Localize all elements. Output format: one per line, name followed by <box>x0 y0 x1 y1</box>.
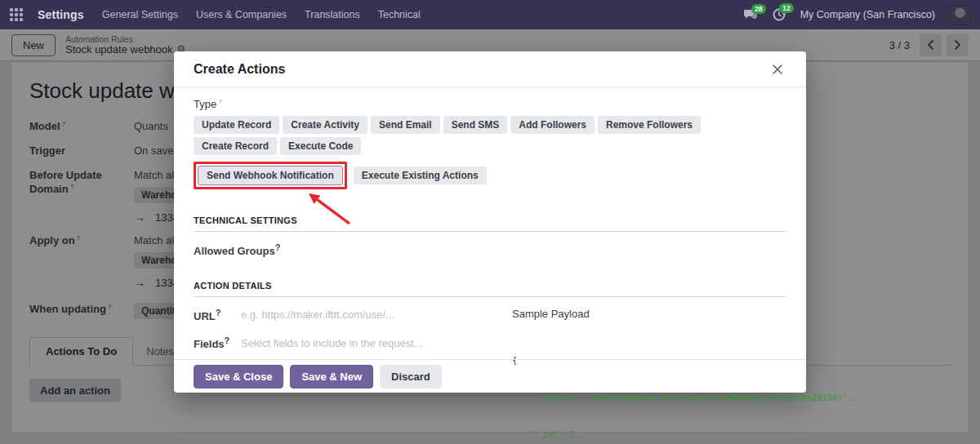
type-button-create-record[interactable]: Create Record <box>194 137 277 155</box>
apps-grid-icon[interactable] <box>10 8 23 21</box>
close-icon <box>772 64 783 75</box>
activities-button[interactable]: 12 <box>773 8 786 21</box>
help-marker: ? <box>218 98 221 105</box>
fields-input[interactable] <box>241 337 512 349</box>
app-menu-settings[interactable]: Settings <box>38 8 84 21</box>
create-actions-dialog: Create Actions Type? Update Record Creat… <box>174 51 806 393</box>
nav-item-users-companies[interactable]: Users & Companies <box>196 9 287 20</box>
page: Settings General Settings Users & Compan… <box>0 0 980 444</box>
dialog-footer: Save & Close Save & New Discard <box>174 359 806 393</box>
section-technical-settings: TECHNICAL SETTINGS <box>194 215 786 232</box>
type-button-create-activity[interactable]: Create Activity <box>283 116 368 134</box>
activities-count-badge: 12 <box>779 3 793 13</box>
type-field-label: Type? <box>194 98 786 110</box>
dialog-title: Create Actions <box>194 62 285 77</box>
url-input[interactable] <box>241 309 512 321</box>
dialog-header: Create Actions <box>174 51 806 87</box>
type-button-remove-followers[interactable]: Remove Followers <box>598 116 701 134</box>
nav-item-general-settings[interactable]: General Settings <box>102 9 178 20</box>
type-button-execute-existing-actions[interactable]: Execute Existing Actions <box>354 166 487 184</box>
discard-button[interactable]: Discard <box>380 365 442 388</box>
allowed-groups-label: Allowed Groups? <box>194 242 786 257</box>
dialog-close-button[interactable] <box>768 60 786 78</box>
type-selector-row-1: Update Record Create Activity Send Email… <box>194 116 786 155</box>
section-action-details: ACTION DETAILS <box>194 281 786 297</box>
save-and-close-button[interactable]: Save & Close <box>194 365 283 388</box>
top-navbar: Settings General Settings Users & Compan… <box>0 0 980 29</box>
type-button-send-sms[interactable]: Send SMS <box>443 116 508 134</box>
save-and-new-button[interactable]: Save & New <box>290 365 373 388</box>
type-button-execute-code[interactable]: Execute Code <box>280 137 361 155</box>
type-button-add-followers[interactable]: Add Followers <box>510 116 595 134</box>
url-field-label: URL? <box>194 308 241 322</box>
help-marker: ? <box>216 308 221 317</box>
fields-field-label: Fields? <box>194 335 241 350</box>
red-highlight-box: Send Webhook Notification <box>194 162 347 189</box>
company-switcher[interactable]: My Company (San Francisco) <box>800 9 935 20</box>
sample-payload-label: Sample Payload <box>512 308 853 320</box>
user-avatar[interactable] <box>950 5 970 25</box>
nav-item-translations[interactable]: Translations <box>305 9 360 20</box>
help-marker: ? <box>275 242 281 252</box>
type-button-send-email[interactable]: Send Email <box>371 116 440 134</box>
payload-line: "_action": "Send Webhook Notification(#N… <box>512 392 853 404</box>
payload-line: "_id": 1, <box>512 428 853 441</box>
help-marker: ? <box>225 335 230 345</box>
messages-button[interactable]: 28 <box>743 9 758 21</box>
type-selector-row-2: Send Webhook Notification Execute Existi… <box>194 162 786 189</box>
type-button-send-webhook-notification[interactable]: Send Webhook Notification <box>198 166 343 185</box>
messages-count-badge: 28 <box>751 4 765 14</box>
type-button-update-record[interactable]: Update Record <box>194 116 279 134</box>
nav-item-technical[interactable]: Technical <box>378 9 421 20</box>
